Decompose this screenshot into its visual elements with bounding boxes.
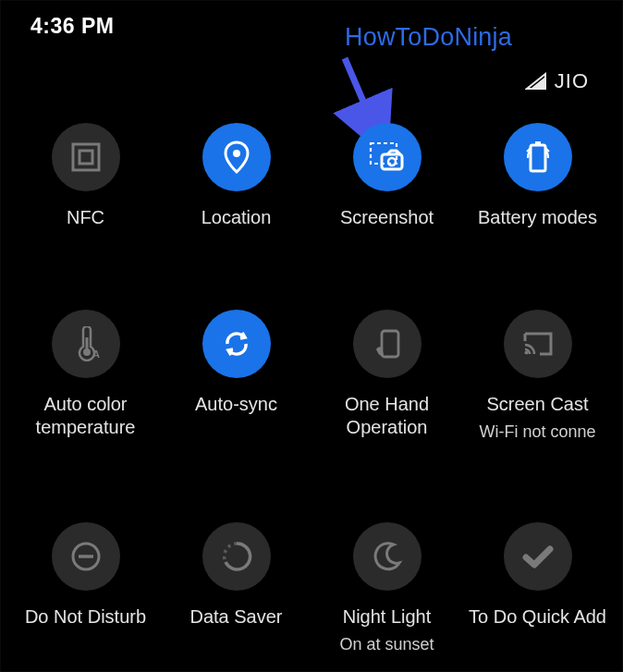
screenshot-icon <box>369 141 406 173</box>
tile-label: One Hand Operation <box>313 393 461 439</box>
tile-sublabel: On at sunset <box>339 635 434 655</box>
dnd-toggle[interactable] <box>52 522 120 591</box>
auto-color-temp-toggle[interactable]: A <box>52 310 120 378</box>
svg-text:A: A <box>92 348 100 360</box>
svg-rect-3 <box>79 151 92 164</box>
tile-label: To Do Quick Add <box>469 605 606 629</box>
location-toggle[interactable] <box>202 123 271 191</box>
tile-nfc: NFC <box>10 123 161 230</box>
nfc-icon <box>70 141 102 173</box>
auto-sync-toggle[interactable] <box>202 310 271 378</box>
data-saver-icon <box>220 540 253 573</box>
tile-dnd: Do Not Disturb <box>10 522 161 655</box>
svg-rect-13 <box>382 331 398 357</box>
moon-icon <box>372 541 403 572</box>
tile-label: Battery modes <box>478 206 597 230</box>
status-time: 4:36 PM <box>31 14 114 39</box>
thermometer-icon: A <box>72 326 100 361</box>
svg-point-7 <box>388 158 396 165</box>
sync-icon <box>220 327 253 360</box>
carrier-label: JIO <box>555 69 589 93</box>
data-saver-toggle[interactable] <box>202 522 271 591</box>
battery-icon <box>526 140 550 175</box>
tile-auto-color-temp: A Auto color temperature <box>10 310 161 443</box>
tile-label: Auto-sync <box>195 393 277 417</box>
svg-point-14 <box>524 351 528 355</box>
tile-label: Do Not Disturb <box>25 605 146 629</box>
one-hand-toggle[interactable] <box>353 310 421 378</box>
dnd-icon <box>69 540 103 573</box>
svg-rect-2 <box>73 144 99 170</box>
svg-rect-8 <box>531 145 545 171</box>
status-bar: 4:36 PM <box>1 8 622 39</box>
svg-point-4 <box>233 150 240 157</box>
night-light-toggle[interactable] <box>353 522 421 591</box>
tile-sublabel: Wi-Fi not conne <box>479 422 595 443</box>
status-right: JIO <box>525 69 589 93</box>
tile-one-hand: One Hand Operation <box>312 310 462 443</box>
tile-label: Screenshot <box>340 206 434 230</box>
quick-settings-grid: NFC Location <box>1 123 622 654</box>
tile-screenshot: Screenshot <box>312 123 462 230</box>
signal-icon <box>525 72 547 91</box>
cast-icon <box>521 330 555 358</box>
tile-location: Location <box>161 123 312 230</box>
battery-modes-toggle[interactable] <box>504 123 572 191</box>
tile-label: NFC <box>67 206 104 230</box>
one-hand-icon <box>373 327 402 360</box>
tile-label: Data Saver <box>189 605 282 629</box>
svg-marker-1 <box>531 77 545 89</box>
location-icon <box>223 141 250 174</box>
svg-rect-9 <box>535 141 541 145</box>
screen-cast-toggle[interactable] <box>504 310 572 378</box>
tile-label: Location <box>202 206 272 230</box>
tile-data-saver: Data Saver <box>161 522 312 655</box>
screenshot-button[interactable] <box>353 123 421 191</box>
nfc-toggle[interactable] <box>52 123 120 191</box>
checkmark-icon <box>522 544 554 568</box>
svg-rect-6 <box>382 154 402 169</box>
annotation-text: HowToDoNinja <box>345 23 512 52</box>
todo-quick-add-button[interactable] <box>504 522 572 591</box>
tile-label: Screen Cast <box>486 393 588 417</box>
tile-auto-sync: Auto-sync <box>161 310 312 443</box>
tile-screen-cast: Screen Cast Wi-Fi not conne <box>462 310 613 443</box>
quick-settings-panel: { "status": { "time": "4:36 PM", "carrie… <box>0 0 623 672</box>
tile-label: Night Light <box>343 605 432 629</box>
tile-night-light: Night Light On at sunset <box>312 522 462 655</box>
tile-battery-modes: Battery modes <box>462 123 613 230</box>
tile-todo-quick-add: To Do Quick Add <box>462 522 613 655</box>
tile-label: Auto color temperature <box>12 393 160 439</box>
